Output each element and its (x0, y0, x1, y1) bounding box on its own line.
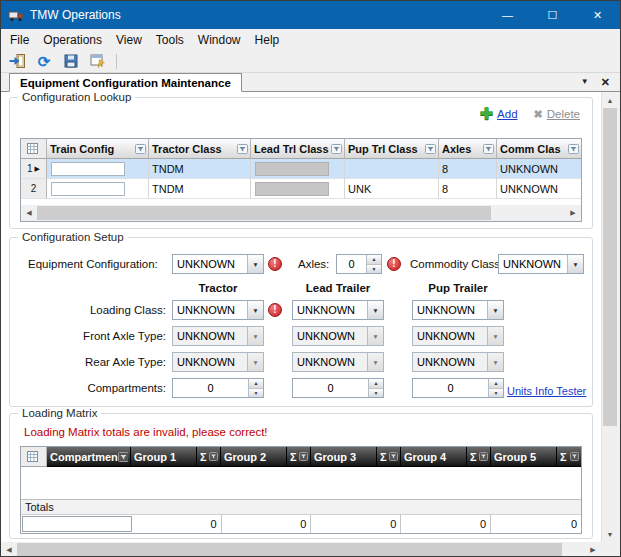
cell-tractor-class[interactable]: TNDM (149, 179, 251, 199)
column-header-group-3[interactable]: Group 3 (311, 447, 377, 467)
column-header-train-config[interactable]: Train Config (47, 139, 149, 159)
loading-class-lead-trailer-dropdown[interactable]: UNKNOWN▼ (292, 300, 384, 320)
tab-list-dropdown-icon[interactable]: ▼ (581, 78, 589, 86)
cell-comm-class[interactable]: UNKNOWN (497, 159, 581, 179)
tab-equipment-configuration-maintenance[interactable]: Equipment Configuration Maintenance (9, 73, 242, 92)
row-selector-header[interactable] (21, 447, 47, 467)
column-header-group-1[interactable]: Group 1 (131, 447, 197, 467)
front-axle-lead-trailer-dropdown[interactable]: UNKNOWN▼ (292, 326, 384, 346)
column-header-compartment[interactable]: Compartmen (47, 447, 131, 467)
front-axle-pup-trailer-dropdown[interactable]: UNKNOWN▼ (412, 326, 504, 346)
cell-lead-trl-class[interactable] (251, 159, 345, 179)
titlebar[interactable]: TMW Operations — ☐ ✕ (1, 1, 620, 29)
horizontal-scrollbar[interactable]: ◀ ▶ (1, 542, 601, 557)
cell-train-config[interactable] (47, 179, 149, 199)
column-header-group-5[interactable]: Group 5 (491, 447, 557, 467)
chevron-down-icon[interactable]: ▼ (487, 301, 503, 319)
column-header-group-3-sum[interactable]: Σ (377, 447, 401, 467)
filter-icon[interactable] (299, 452, 308, 461)
chevron-down-icon[interactable]: ▼ (247, 255, 263, 273)
menu-window[interactable]: Window (191, 30, 248, 50)
column-header-axles[interactable]: Axles (439, 139, 497, 159)
spin-up-icon[interactable]: ▲ (489, 379, 503, 388)
chevron-down-icon[interactable]: ▼ (247, 353, 263, 371)
row-selector[interactable]: 1 ▶ (21, 159, 47, 179)
column-header-lead-trl-class[interactable]: Lead Trl Class (251, 139, 345, 159)
row-selector[interactable]: 2 (21, 179, 47, 199)
scrollbar-thumb[interactable] (17, 543, 562, 557)
cell-pup-trl-class[interactable]: UNK (345, 179, 439, 199)
commodity-class-dropdown[interactable]: UNKNOWN ▼ (498, 254, 584, 274)
lookup-grid-hscrollbar[interactable]: ◀ ▶ (21, 205, 581, 221)
chevron-down-icon[interactable]: ▼ (487, 353, 503, 371)
scroll-up-icon[interactable]: ▲ (602, 92, 618, 108)
chevron-down-icon[interactable]: ▼ (367, 327, 383, 345)
lookup-row-1[interactable]: 1 ▶ TNDM 8 UNKNOWN (21, 159, 581, 179)
menu-file[interactable]: File (3, 30, 36, 50)
vertical-scrollbar[interactable]: ▲ ▼ (601, 92, 618, 542)
scrollbar-thumb[interactable] (603, 108, 617, 426)
menu-help[interactable]: Help (248, 30, 287, 50)
filter-icon[interactable] (425, 144, 436, 154)
front-axle-tractor-dropdown[interactable]: UNKNOWN▼ (172, 326, 264, 346)
menu-view[interactable]: View (109, 30, 149, 50)
exit-form-icon[interactable] (5, 51, 29, 71)
loading-class-pup-trailer-dropdown[interactable]: UNKNOWN▼ (412, 300, 504, 320)
column-header-group-1-sum[interactable]: Σ (197, 447, 221, 467)
chevron-down-icon[interactable]: ▼ (247, 301, 263, 319)
filter-icon[interactable] (237, 144, 248, 154)
refresh-icon[interactable]: ⟳ (32, 51, 56, 71)
compartments-pup-trailer-spinner[interactable]: 0 ▲▼ (412, 378, 504, 398)
spin-down-icon[interactable]: ▼ (367, 264, 381, 274)
scroll-right-icon[interactable]: ▶ (585, 542, 601, 557)
column-header-group-2[interactable]: Group 2 (221, 447, 287, 467)
close-button[interactable]: ✕ (575, 1, 620, 29)
save-icon[interactable] (59, 51, 83, 71)
scrollbar-thumb[interactable] (37, 206, 491, 220)
filter-icon[interactable] (483, 144, 494, 154)
row-selector-header[interactable] (21, 139, 47, 159)
column-header-group-4-sum[interactable]: Σ (467, 447, 491, 467)
menu-operations[interactable]: Operations (36, 30, 109, 50)
rear-axle-tractor-dropdown[interactable]: UNKNOWN▼ (172, 352, 264, 372)
chevron-down-icon[interactable]: ▼ (247, 327, 263, 345)
filter-icon[interactable] (209, 452, 218, 461)
scroll-left-icon[interactable]: ◀ (21, 205, 37, 221)
delete-button[interactable]: ✖ Delete (534, 108, 580, 120)
tab-close-icon[interactable]: ✕ (601, 77, 610, 88)
column-header-tractor-class[interactable]: Tractor Class (149, 139, 251, 159)
rear-axle-lead-trailer-dropdown[interactable]: UNKNOWN▼ (292, 352, 384, 372)
spin-up-icon[interactable]: ▲ (249, 379, 263, 388)
spin-up-icon[interactable]: ▲ (369, 379, 383, 388)
menu-tools[interactable]: Tools (149, 30, 191, 50)
add-button[interactable]: ✚ Add (480, 106, 518, 122)
filter-icon[interactable] (135, 144, 146, 154)
spin-up-icon[interactable]: ▲ (367, 255, 381, 264)
cell-lead-trl-class[interactable] (251, 179, 345, 199)
chevron-down-icon[interactable]: ▼ (567, 255, 583, 273)
equipment-configuration-dropdown[interactable]: UNKNOWN ▼ (172, 254, 264, 274)
filter-icon[interactable] (331, 144, 342, 154)
cell-train-config[interactable] (47, 159, 149, 179)
cell-axles[interactable]: 8 (439, 159, 497, 179)
spin-down-icon[interactable]: ▼ (369, 388, 383, 398)
axles-spinner[interactable]: 0 ▲▼ (336, 254, 382, 274)
chevron-down-icon[interactable]: ▼ (487, 327, 503, 345)
scroll-left-icon[interactable]: ◀ (1, 542, 17, 557)
rear-axle-pup-trailer-dropdown[interactable]: UNKNOWN▼ (412, 352, 504, 372)
column-header-comm-class[interactable]: Comm Clas (497, 139, 581, 159)
export-icon[interactable] (86, 51, 110, 71)
minimize-button[interactable]: — (485, 1, 530, 29)
filter-icon[interactable] (479, 452, 488, 461)
cell-axles[interactable]: 8 (439, 179, 497, 199)
scroll-right-icon[interactable]: ▶ (565, 205, 581, 221)
maximize-button[interactable]: ☐ (530, 1, 575, 29)
scroll-down-icon[interactable]: ▼ (602, 526, 618, 542)
totals-entry-cell[interactable] (22, 516, 132, 532)
column-header-group-5-sum[interactable]: Σ (557, 447, 581, 467)
cell-tractor-class[interactable]: TNDM (149, 159, 251, 179)
loading-class-tractor-dropdown[interactable]: UNKNOWN▼ (172, 300, 264, 320)
units-info-tester-link[interactable]: Units Info Tester (507, 385, 586, 397)
compartments-lead-trailer-spinner[interactable]: 0 ▲▼ (292, 378, 384, 398)
cell-pup-trl-class[interactable] (345, 159, 439, 179)
